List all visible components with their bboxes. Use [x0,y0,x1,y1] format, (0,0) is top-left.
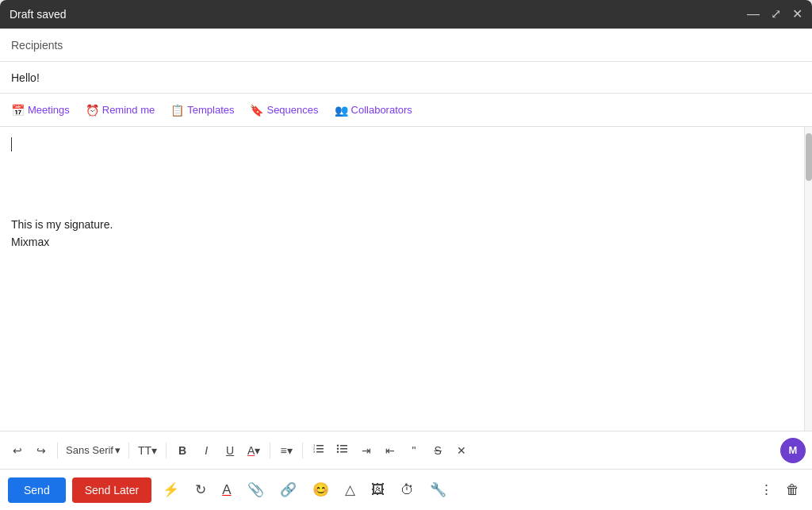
undo-button[interactable]: ↩ [6,439,29,462]
attachment-button[interactable]: 📎 [243,478,269,501]
plugin-toolbar: 📅 Meetings ⏰ Remind me 📋 Templates 🔖 Seq… [0,94,812,127]
avatar-label: M [789,444,798,456]
eyedropper-button[interactable]: 🔧 [425,478,451,501]
toolbar-separator-5 [302,443,303,458]
collaborators-button[interactable]: 👥 Collaborators [335,104,412,117]
body-content[interactable]: This is my signature. Mixmax [0,127,804,431]
title-bar: Draft saved — ⤢ ✕ [0,0,812,29]
bold-button[interactable]: B [171,439,193,462]
sequences-label: Sequences [266,104,318,116]
mixmax-avatar[interactable]: M [780,438,806,463]
subject-row[interactable]: Hello! [0,62,812,94]
strikethrough-button[interactable]: S [427,439,449,462]
link-button[interactable]: 🔗 [275,478,301,501]
align-icon: ≡ [281,444,287,457]
quote-button[interactable]: " [403,439,425,462]
outdent-icon: ⇤ [385,444,395,457]
triangle-icon: △ [345,481,355,498]
body-area: This is my signature. Mixmax [0,127,812,431]
redo-button[interactable]: ↪ [30,439,52,462]
font-color-icon: A [247,444,255,457]
compose-window: Draft saved — ⤢ ✕ Recipients Hello! 📅 Me… [0,0,812,510]
templates-button[interactable]: 📋 Templates [170,104,234,117]
recipients-label: Recipients [11,39,63,52]
more-options-icon: ⋮ [760,481,773,498]
indent-icon: ⇥ [362,444,371,457]
lightning-icon: ⚡ [163,481,179,498]
remove-format-button[interactable]: ✕ [450,439,473,462]
meetings-icon: 📅 [11,104,25,117]
toolbar-separator-4 [270,443,270,458]
align-chevron: ▾ [287,444,293,457]
text-cursor [11,137,12,151]
underline-button[interactable]: U [219,439,241,462]
align-button[interactable]: ≡ ▾ [275,439,297,462]
sequences-icon: 🔖 [250,104,263,117]
italic-button[interactable]: I [195,439,217,462]
svg-text:3: 3 [313,450,316,454]
font-color-chevron: ▾ [255,444,260,457]
remind-me-button[interactable]: ⏰ Remind me [86,104,155,117]
font-size-icon: TT [138,444,151,457]
send-later-label: Send Later [85,484,140,497]
delete-icon: 🗑 [786,482,799,498]
remind-me-label: Remind me [102,104,155,116]
action-bar-right: ⋮ 🗑 [755,478,804,501]
toolbar-separator-1 [57,443,58,458]
more-options-button[interactable]: ⋮ [755,478,778,501]
italic-icon: I [205,444,208,457]
svg-rect-6 [340,445,347,447]
svg-rect-1 [316,448,324,450]
ordered-list-button[interactable]: 123 [308,439,330,462]
clock-icon: ⏱ [400,482,414,498]
delete-button[interactable]: 🗑 [781,479,804,501]
scrollbar-thumb [806,133,812,181]
resize-icon[interactable]: ⤢ [771,8,781,21]
collaborators-icon: 👥 [335,104,348,117]
bold-icon: B [178,444,186,457]
font-family-label: Sans Serif [66,444,113,456]
font-family-select[interactable]: Sans Serif ▾ [63,439,124,462]
link-icon: 🔗 [280,481,297,498]
font-size-chevron: ▾ [151,444,157,457]
refresh-button[interactable]: ↻ [190,478,211,501]
eyedropper-icon: 🔧 [430,481,446,498]
sequences-button[interactable]: 🔖 Sequences [250,104,318,117]
image-button[interactable]: 🖼 [366,479,389,501]
svg-rect-8 [340,451,347,453]
font-color-button[interactable]: A ▾ [243,439,265,462]
underline-icon: U [226,444,234,457]
send-later-button[interactable]: Send Later [72,477,152,503]
meetings-button[interactable]: 📅 Meetings [11,104,70,117]
svg-point-10 [337,448,339,450]
outdent-button[interactable]: ⇤ [379,439,401,462]
signature-line2: Mixmax [11,233,793,251]
svg-point-9 [337,445,339,447]
window-controls: — ⤢ ✕ [747,8,802,21]
text-color-button[interactable]: A [217,479,236,501]
scrollbar[interactable] [804,127,812,431]
toolbar-separator-3 [166,443,167,458]
action-bar: Send Send Later ⚡ ↻ A 📎 🔗 😊 △ 🖼 ⏱ [0,469,812,510]
svg-rect-0 [316,445,324,447]
font-size-button[interactable]: TT ▾ [134,439,161,462]
quote-icon: " [412,444,416,457]
toolbar-separator-2 [128,443,129,458]
close-icon[interactable]: ✕ [792,8,802,21]
recipients-row[interactable]: Recipients [0,29,812,62]
signature-line1: This is my signature. [11,216,793,233]
format-toolbar: ↩ ↪ Sans Serif ▾ TT ▾ B I U A ▾ ≡ ▾ [0,431,812,469]
indent-button[interactable]: ⇥ [355,439,377,462]
triangle-button[interactable]: △ [340,478,360,501]
text-color-icon: A [222,482,231,498]
minimize-icon[interactable]: — [747,8,760,21]
templates-icon: 📋 [170,104,184,117]
send-button[interactable]: Send [8,477,66,503]
remove-format-icon: ✕ [457,444,466,457]
lightning-button[interactable]: ⚡ [158,478,184,501]
emoji-button[interactable]: 😊 [308,478,334,501]
clock-button[interactable]: ⏱ [396,479,419,501]
font-family-chevron: ▾ [115,444,121,456]
attachment-icon: 📎 [247,481,264,498]
unordered-list-button[interactable] [331,439,354,462]
